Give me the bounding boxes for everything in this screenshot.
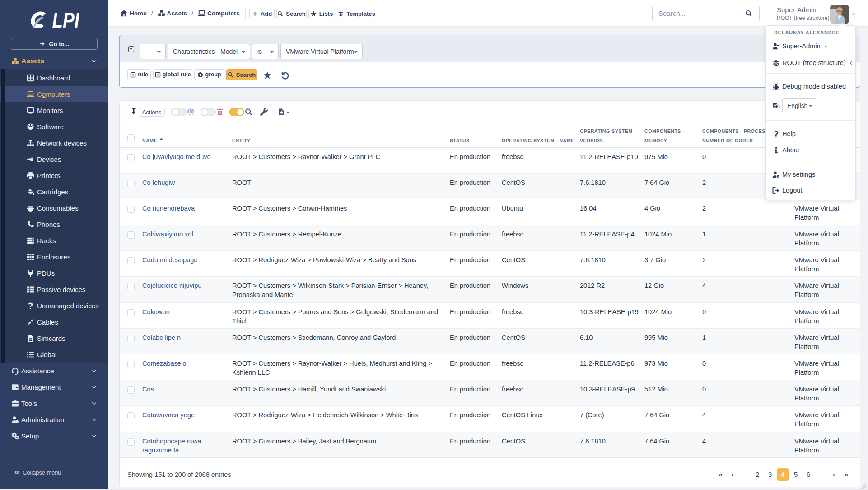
svg-text:LPI: LPI xyxy=(52,10,79,32)
